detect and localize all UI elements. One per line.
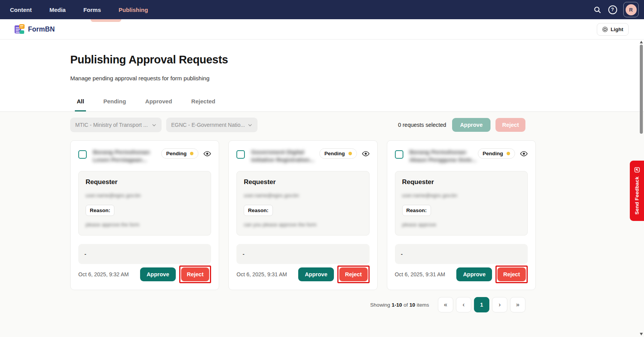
nav-item-forms[interactable]: Forms — [83, 7, 101, 13]
pagination-first-button[interactable]: « — [438, 297, 453, 312]
topnav-right-group: ? R — [593, 2, 639, 17]
send-feedback-label: Send Feedback — [634, 176, 640, 214]
pagination: Showing 1-10 of 10 items « ‹ 1 › » — [70, 297, 525, 312]
view-request-icon[interactable] — [203, 150, 211, 159]
top-navigation: Content Media Forms Publishing ? R — [0, 0, 644, 19]
selection-status: 0 requests selected — [398, 122, 446, 128]
avatar: R — [626, 4, 637, 15]
scroll-up-arrow[interactable] — [640, 41, 643, 43]
nav-item-publishing[interactable]: Publishing — [119, 7, 148, 13]
agency-filter-value: EGNC - E-Government Natio... — [171, 122, 245, 128]
ministry-filter-dropdown[interactable]: MTIC - Ministry of Transport ... — [70, 118, 162, 132]
approve-button[interactable]: Approve — [140, 267, 176, 281]
requester-email-blurred: user.name@egnc.gov.bn — [244, 193, 362, 198]
user-menu-button[interactable]: R — [623, 2, 639, 17]
pagination-next-button[interactable]: › — [492, 297, 507, 312]
status-label: Pending — [483, 151, 503, 156]
formbn-logo-icon — [15, 24, 25, 34]
send-feedback-button[interactable]: Send Feedback — [630, 161, 644, 221]
reject-annotation-box: Reject — [495, 266, 528, 283]
pagination-last-button[interactable]: » — [510, 297, 525, 312]
pagination-total: 10 — [410, 302, 415, 308]
help-glyph: ? — [608, 5, 617, 14]
main-content: MTIC - Ministry of Transport ... EGNC - … — [0, 112, 644, 337]
select-request-checkbox[interactable] — [78, 150, 87, 159]
reason-text-blurred: please approve the form — [86, 222, 204, 227]
status-badge: Pending — [161, 148, 198, 159]
bulk-approve-button[interactable]: Approve — [452, 118, 491, 132]
page-subtitle: Manage pending approval requests for for… — [70, 75, 210, 81]
view-request-icon[interactable] — [520, 150, 528, 159]
view-request-icon[interactable] — [362, 150, 370, 159]
reason-text-blurred: can you please approve the form — [244, 222, 362, 227]
pending-dot-icon — [348, 152, 352, 155]
publish-info-box: - — [78, 244, 211, 264]
status-label: Pending — [166, 151, 187, 156]
form-title-blurred: Borang Permohonan Lesen Perniagaan... — [93, 148, 161, 163]
send-icon — [634, 167, 640, 173]
chevron-down-icon — [248, 123, 253, 128]
filters-row: MTIC - Ministry of Transport ... EGNC - … — [70, 118, 525, 132]
reject-annotation-box: Reject — [179, 266, 211, 283]
bulk-actions: 0 requests selected Approve Reject — [398, 118, 525, 132]
form-title-blurred: Government Digital Initiative Registrati… — [251, 148, 319, 163]
reason-text-blurred: please approve — [402, 222, 520, 227]
requester-heading: Requester — [86, 178, 204, 186]
requester-heading: Requester — [244, 178, 362, 186]
pagination-prev-button[interactable]: ‹ — [456, 297, 471, 312]
reject-button[interactable]: Reject — [339, 267, 368, 281]
select-request-checkbox[interactable] — [236, 150, 245, 159]
requester-email-blurred: user.name@egnc.gov.bn — [86, 193, 204, 198]
ministry-filter-value: MTIC - Ministry of Transport ... — [75, 122, 148, 128]
reason-label: Reason: — [402, 205, 431, 216]
approve-button[interactable]: Approve — [298, 267, 334, 281]
pagination-page-1-button[interactable]: 1 — [474, 297, 489, 312]
app-bar: FormBN Light — [0, 19, 644, 40]
request-cards: Borang Permohonan Lesen Perniagaan... Pe… — [70, 140, 525, 290]
agency-filter-dropdown[interactable]: EGNC - E-Government Natio... — [166, 118, 258, 132]
scroll-down-arrow[interactable] — [640, 333, 643, 335]
requester-box: Requester user.name@egnc.gov.bn Reason: … — [395, 171, 528, 236]
form-title-blurred: Borang Permohonan Akaun Pengguna Siste..… — [410, 148, 478, 163]
reason-label: Reason: — [244, 205, 272, 216]
page-title: Publishing Approval Requests — [70, 53, 228, 66]
scrollbar-thumb[interactable] — [640, 45, 643, 134]
bulk-reject-button[interactable]: Reject — [495, 118, 525, 132]
pagination-of: of — [403, 302, 408, 308]
help-icon[interactable]: ? — [608, 5, 617, 14]
select-request-checkbox[interactable] — [395, 150, 403, 159]
request-date: Oct 6, 2025, 9:31 AM — [236, 271, 287, 277]
status-badge: Pending — [478, 148, 515, 159]
requester-email-blurred: user.name@egnc.gov.bn — [402, 193, 520, 198]
nav-item-media[interactable]: Media — [50, 7, 66, 13]
requester-heading: Requester — [402, 178, 520, 186]
requester-box: Requester user.name@egnc.gov.bn Reason: … — [78, 171, 211, 236]
publish-info-box: - — [236, 244, 369, 264]
tab-rejected[interactable]: Rejected — [189, 98, 217, 111]
status-tabs: All Pending Approved Rejected — [75, 98, 217, 111]
search-icon[interactable] — [593, 5, 602, 14]
tab-pending[interactable]: Pending — [101, 98, 128, 111]
approve-button[interactable]: Approve — [456, 267, 492, 281]
request-date: Oct 6, 2025, 9:31 AM — [395, 271, 446, 277]
status-label: Pending — [324, 151, 345, 156]
request-card: Borang Permohonan Lesen Perniagaan... Pe… — [70, 140, 219, 290]
request-card: Government Digital Initiative Registrati… — [228, 140, 377, 290]
brand: FormBN — [15, 24, 55, 34]
reject-button[interactable]: Reject — [181, 267, 210, 281]
pending-dot-icon — [190, 152, 193, 155]
tab-all[interactable]: All — [75, 98, 86, 111]
theme-toggle-label: Light — [611, 27, 623, 32]
pagination-range: 1-10 — [391, 302, 402, 308]
chevron-down-icon — [152, 123, 157, 128]
pending-dot-icon — [507, 152, 510, 155]
requester-box: Requester user.name@egnc.gov.bn Reason: … — [236, 171, 369, 236]
tab-approved[interactable]: Approved — [143, 98, 174, 111]
page-header: Publishing Approval Requests Manage pend… — [0, 40, 644, 112]
reject-annotation-box: Reject — [337, 266, 370, 283]
reject-button[interactable]: Reject — [497, 267, 526, 281]
pagination-summary: Showing 1-10 of 10 items — [370, 302, 429, 308]
request-date: Oct 6, 2025, 9:32 AM — [78, 271, 129, 277]
nav-item-content[interactable]: Content — [10, 7, 32, 13]
theme-toggle-button[interactable]: Light — [597, 23, 629, 36]
